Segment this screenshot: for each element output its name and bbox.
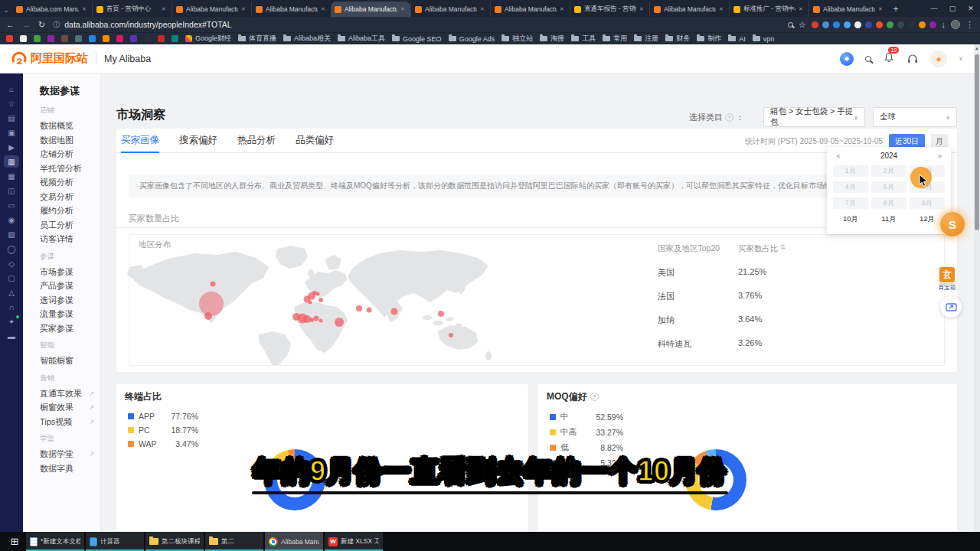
start-button[interactable]: ⊞ xyxy=(5,532,24,551)
table-row[interactable]: 加纳3.64% xyxy=(658,315,933,326)
taskbar-item[interactable]: 第二 xyxy=(205,532,263,551)
buyer-bubble[interactable] xyxy=(204,312,212,320)
browser-tab[interactable]: 标准推广 - 营销中心✕ xyxy=(729,2,808,17)
tab-search-chevron-icon[interactable]: ⌄ xyxy=(0,3,12,17)
sidenav-item-视频分析[interactable]: 视频分析 xyxy=(40,178,100,187)
extension-icon[interactable] xyxy=(919,21,926,28)
maximize-button[interactable]: ▢ xyxy=(943,5,962,12)
bookmark-favicon-icon[interactable] xyxy=(6,35,13,42)
bookmark-item[interactable]: 体育直播 xyxy=(238,34,276,44)
shop-icon[interactable]: ▤ xyxy=(4,112,19,124)
video-icon[interactable]: ▶ xyxy=(4,141,19,153)
browser-tab[interactable]: Alibaba Manufacturer D✕ xyxy=(410,2,490,17)
extension-icon[interactable] xyxy=(865,21,872,28)
extension-icon[interactable] xyxy=(833,21,840,28)
download-icon[interactable]: ↓ xyxy=(942,20,946,29)
customer-service-icon[interactable] xyxy=(906,53,919,65)
bookmark-item[interactable]: vpn xyxy=(753,35,775,43)
tab-close-icon[interactable]: ✕ xyxy=(321,6,327,12)
sidenav-item-履约分析[interactable]: 履约分析 xyxy=(40,207,100,216)
bookmark-item[interactable]: 财务 xyxy=(665,34,690,44)
zoom-icon[interactable] xyxy=(788,22,793,28)
forward-icon[interactable]: → xyxy=(22,20,31,29)
extension-icon[interactable] xyxy=(844,21,851,28)
extension-icon[interactable] xyxy=(908,21,915,28)
bookmark-favicon-icon[interactable] xyxy=(103,35,109,42)
global-icon[interactable]: ◯ xyxy=(4,243,19,255)
favorites-icon[interactable]: ☆ xyxy=(4,97,19,109)
buyer-bubble[interactable] xyxy=(211,282,216,287)
tab-品类偏好[interactable]: 品类偏好 xyxy=(296,129,334,153)
bookmark-favicon-icon[interactable] xyxy=(89,35,96,42)
browser-tab[interactable]: Alibaba.com Manufactu✕ xyxy=(12,2,92,17)
world-map[interactable] xyxy=(127,243,525,365)
sidenav-item-交易分析[interactable]: 交易分析 xyxy=(40,193,100,202)
buyer-bubble[interactable] xyxy=(309,318,314,322)
browser-profile-avatar[interactable] xyxy=(951,20,960,29)
bookmark-favicon-icon[interactable] xyxy=(144,35,151,42)
sidenav-item-访客详情[interactable]: 访客详情 xyxy=(40,235,100,244)
tab-close-icon[interactable]: ✕ xyxy=(241,6,247,12)
sidenav-item-买家参谋[interactable]: 买家参谋 xyxy=(40,324,100,334)
ai-icon[interactable]: ✦ xyxy=(4,315,19,328)
bookmark-item[interactable]: 常用 xyxy=(603,34,627,44)
site-info-icon[interactable]: ⓘ xyxy=(53,20,60,30)
bookmark-item[interactable]: AI xyxy=(728,35,746,43)
browser-tab[interactable]: Alibaba Manufacturer D✕ xyxy=(331,2,410,17)
buyer-bubble[interactable] xyxy=(309,301,312,305)
calendar-month-8月[interactable]: 8月 xyxy=(871,197,906,209)
tab-close-icon[interactable]: ✕ xyxy=(82,6,88,12)
bookmark-item[interactable]: Google SEO xyxy=(392,35,442,43)
buyer-bubble[interactable] xyxy=(316,292,320,296)
taskbar-item[interactable]: Alibaba Manufact... xyxy=(265,532,323,551)
browser-tab[interactable]: Alibaba Manufacturer D✕ xyxy=(251,2,331,17)
bookmark-item[interactable]: Google财经 xyxy=(185,34,231,44)
taskbar-item[interactable]: 计算器 xyxy=(86,532,144,551)
tab-close-icon[interactable]: ✕ xyxy=(560,6,566,12)
sidenav-item-橱窗效果[interactable]: 橱窗效果↗ xyxy=(40,403,100,412)
url-text[interactable]: data.alibaba.com/industry/peopleIndex#TO… xyxy=(64,20,232,29)
bookmark-item[interactable]: 淘搜 xyxy=(540,34,564,44)
sidenav-item-智能橱窗[interactable]: 智能橱窗 xyxy=(40,357,100,366)
filter-info-icon[interactable] xyxy=(725,113,733,122)
browser-tab[interactable]: Alibaba Manufacturer D✕ xyxy=(808,2,888,17)
back-icon[interactable]: ← xyxy=(6,20,15,29)
taskbar-item[interactable]: *新建文本文档.txt -... xyxy=(26,532,84,551)
sidenav-item-直通车效果[interactable]: 直通车效果↗ xyxy=(40,390,100,399)
close-window-button[interactable]: ✕ xyxy=(962,5,980,12)
tab-close-icon[interactable]: ✕ xyxy=(480,6,486,12)
scroll-up-icon[interactable]: ▲ xyxy=(974,44,980,52)
analytics-icon[interactable]: ▥ xyxy=(4,155,19,168)
moq-info-icon[interactable] xyxy=(590,393,599,401)
bookmark-favicon-icon[interactable] xyxy=(34,35,41,42)
calendar-month-9月[interactable]: 9月 xyxy=(910,197,945,209)
minimize-button[interactable]: — xyxy=(925,5,943,12)
sidenav-item-店铺分析[interactable]: 店铺分析 xyxy=(40,150,100,159)
extension-icon[interactable] xyxy=(887,21,893,28)
calendar-month-11月[interactable]: 11月 xyxy=(871,214,906,225)
search-icon[interactable] xyxy=(865,56,871,62)
bookmark-favicon-icon[interactable] xyxy=(20,35,27,42)
buyer-bubble[interactable] xyxy=(356,305,362,311)
tab-close-icon[interactable]: ✕ xyxy=(878,6,884,12)
tab-搜索偏好[interactable]: 搜索偏好 xyxy=(179,129,217,153)
extension-icon[interactable] xyxy=(854,21,861,28)
security-icon[interactable]: △ xyxy=(4,286,19,298)
buyer-bubble[interactable] xyxy=(319,319,323,323)
sidenav-item-流量参谋[interactable]: 流量参谋 xyxy=(40,310,100,319)
bookmark-favicon-icon[interactable] xyxy=(172,35,178,42)
buyer-bubble[interactable] xyxy=(335,318,344,327)
message-icon[interactable]: ▭ xyxy=(4,199,19,211)
buyer-bubble[interactable] xyxy=(314,316,319,321)
bookmark-favicon-icon[interactable] xyxy=(130,35,137,42)
company-icon[interactable]: ▢ xyxy=(4,272,19,284)
table-row[interactable]: 法国3.76% xyxy=(658,291,933,302)
global-compass-icon[interactable]: ◆ xyxy=(840,52,854,66)
buyer-bubble[interactable] xyxy=(449,333,453,337)
bookmark-item[interactable]: Alibaba相关 xyxy=(283,34,331,44)
browser-tab[interactable]: 首页 - 营销中心✕ xyxy=(92,2,172,17)
bookmark-item[interactable]: Alibaba工具 xyxy=(338,34,385,44)
sidenav-item-选词参谋[interactable]: 选词参谋 xyxy=(40,296,100,305)
buyer-bubble[interactable] xyxy=(318,298,323,302)
product-name[interactable]: My Alibaba xyxy=(104,54,151,64)
